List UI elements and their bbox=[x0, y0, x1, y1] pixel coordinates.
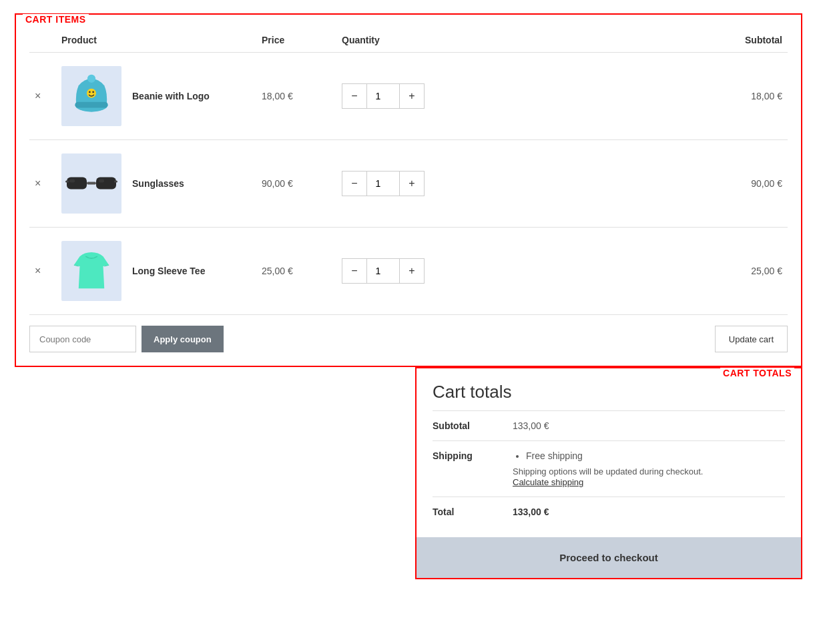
page-wrapper: CART ITEMS Product Price Quantity Subtot… bbox=[15, 13, 802, 579]
price-cell: 90,00 € bbox=[256, 140, 336, 228]
table-row: × Long Sleeve Tee 25,00 € bbox=[29, 228, 788, 315]
price-cell: 25,00 € bbox=[256, 228, 336, 315]
svg-point-5 bbox=[92, 91, 94, 93]
remove-cell: × bbox=[29, 53, 56, 140]
shipping-row: Shipping Free shipping Shipping options … bbox=[433, 441, 785, 497]
col-price-header: Price bbox=[256, 28, 336, 53]
subtotal-value: 133,00 € bbox=[513, 411, 785, 441]
update-cart-button[interactable]: Update cart bbox=[715, 326, 788, 352]
total-label: Total bbox=[433, 497, 513, 527]
product-info: Long Sleeve Tee bbox=[61, 241, 251, 301]
shipping-label: Shipping bbox=[433, 441, 513, 497]
quantity-control: − + bbox=[342, 83, 425, 109]
shipping-note: Shipping options will be updated during … bbox=[513, 466, 785, 476]
quantity-cell: − + bbox=[336, 228, 470, 315]
totals-table: Subtotal 133,00 € Shipping Free shipping… bbox=[433, 410, 785, 527]
proceed-to-checkout-button[interactable]: Proceed to checkout bbox=[417, 537, 801, 578]
product-name: Sunglasses bbox=[132, 178, 184, 189]
svg-point-1 bbox=[87, 75, 95, 83]
qty-increase-button[interactable]: + bbox=[400, 259, 424, 283]
product-info: Beanie with Logo bbox=[61, 66, 251, 126]
col-quantity-header: Quantity bbox=[336, 28, 470, 53]
proceed-btn-wrapper: Proceed to checkout bbox=[417, 537, 801, 578]
qty-input[interactable] bbox=[366, 172, 400, 196]
quantity-cell: − + bbox=[336, 140, 470, 228]
subtotal-row: Subtotal 133,00 € bbox=[433, 411, 785, 441]
qty-decrease-button[interactable]: − bbox=[342, 84, 366, 108]
svg-rect-6 bbox=[67, 177, 87, 189]
qty-increase-button[interactable]: + bbox=[400, 172, 424, 196]
free-shipping-item: Free shipping bbox=[526, 450, 785, 461]
total-value: 133,00 € bbox=[513, 497, 785, 527]
cart-items-section: CART ITEMS Product Price Quantity Subtot… bbox=[15, 13, 802, 367]
remove-item-button[interactable]: × bbox=[35, 265, 41, 277]
svg-rect-10 bbox=[114, 180, 117, 182]
table-row: × Sunglasses 90,00 € bbox=[29, 140, 788, 228]
subtotal-cell: 90,00 € bbox=[470, 140, 788, 228]
product-image bbox=[61, 241, 121, 301]
product-cell: Beanie with Logo bbox=[56, 53, 256, 140]
coupon-group: Apply coupon bbox=[29, 326, 224, 352]
cart-items-label: CART ITEMS bbox=[23, 14, 89, 25]
subtotal-cell: 25,00 € bbox=[470, 228, 788, 315]
cart-totals-label: CART TOTALS bbox=[720, 368, 794, 378]
product-info: Sunglasses bbox=[61, 153, 251, 214]
svg-point-4 bbox=[89, 91, 91, 93]
shipping-value: Free shipping Shipping options will be u… bbox=[513, 441, 785, 497]
remove-item-button[interactable]: × bbox=[35, 178, 41, 190]
product-image bbox=[61, 153, 121, 214]
subtotal-label: Subtotal bbox=[433, 411, 513, 441]
qty-decrease-button[interactable]: − bbox=[342, 172, 366, 196]
coupon-input[interactable] bbox=[29, 326, 136, 352]
price-cell: 18,00 € bbox=[256, 53, 336, 140]
qty-input[interactable] bbox=[366, 259, 400, 283]
product-name: Beanie with Logo bbox=[132, 91, 210, 101]
bottom-section: CART TOTALS Cart totals Subtotal 133,00 … bbox=[15, 367, 802, 579]
product-image bbox=[61, 66, 121, 126]
calculate-shipping-link[interactable]: Calculate shipping bbox=[513, 477, 583, 487]
quantity-control: − + bbox=[342, 171, 425, 196]
cart-totals-section: CART TOTALS Cart totals Subtotal 133,00 … bbox=[415, 367, 802, 579]
svg-rect-2 bbox=[75, 102, 108, 108]
shipping-info: Free shipping Shipping options will be u… bbox=[513, 450, 785, 487]
remove-cell: × bbox=[29, 228, 56, 315]
product-cell: Sunglasses bbox=[56, 140, 256, 228]
svg-rect-12 bbox=[99, 179, 104, 182]
col-subtotal-header: Subtotal bbox=[470, 28, 788, 53]
cart-totals-title: Cart totals bbox=[433, 382, 785, 402]
shipping-list: Free shipping bbox=[513, 450, 785, 461]
total-row: Total 133,00 € bbox=[433, 497, 785, 527]
table-row: × Beanie with Logo 18,00 € bbox=[29, 53, 788, 140]
cart-table: Product Price Quantity Subtotal × bbox=[29, 28, 788, 315]
col-product-header: Product bbox=[56, 28, 256, 53]
product-cell: Long Sleeve Tee bbox=[56, 228, 256, 315]
remove-item-button[interactable]: × bbox=[35, 90, 41, 102]
quantity-control: − + bbox=[342, 258, 425, 284]
cart-actions: Apply coupon Update cart bbox=[29, 315, 788, 352]
svg-rect-7 bbox=[96, 177, 116, 189]
svg-rect-8 bbox=[87, 182, 96, 184]
apply-coupon-button[interactable]: Apply coupon bbox=[142, 326, 224, 352]
svg-rect-9 bbox=[65, 180, 69, 182]
qty-increase-button[interactable]: + bbox=[400, 84, 424, 108]
quantity-cell: − + bbox=[336, 53, 470, 140]
product-name: Long Sleeve Tee bbox=[132, 266, 205, 276]
qty-input[interactable] bbox=[366, 84, 400, 108]
subtotal-cell: 18,00 € bbox=[470, 53, 788, 140]
col-remove bbox=[29, 28, 56, 53]
qty-decrease-button[interactable]: − bbox=[342, 259, 366, 283]
remove-cell: × bbox=[29, 140, 56, 228]
svg-rect-11 bbox=[69, 179, 75, 182]
